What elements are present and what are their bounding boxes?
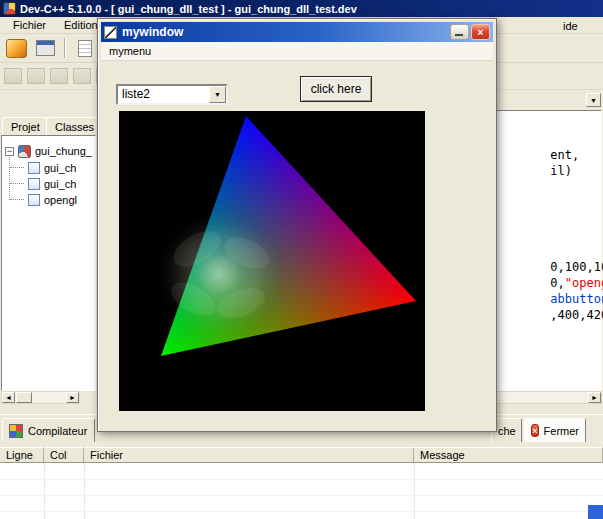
tab-projet[interactable]: Projet [2, 117, 49, 136]
tree-item-label: gui_ch [44, 162, 76, 174]
toolbar-dropdown-button[interactable]: ▼ [586, 93, 601, 107]
column-header-fichier: Fichier [84, 447, 414, 463]
output-table-body[interactable] [0, 463, 603, 519]
output-table-header: Ligne Col Fichier Message [0, 447, 603, 463]
tree-hscrollbar[interactable]: ◄ ► [1, 391, 80, 404]
dialog-menubar: mymenu [101, 42, 493, 61]
code-line: ent, [507, 134, 579, 150]
tree-collapse-icon[interactable]: − [5, 147, 14, 156]
devcpp-logo-icon [3, 2, 16, 15]
close-x-glyph: × [532, 426, 537, 436]
code-line: 0,"opengl"); [507, 262, 603, 278]
compiler-icon [9, 424, 23, 438]
tree-item-source-1[interactable]: gui_ch [2, 160, 95, 176]
code-segment: il) [550, 164, 572, 178]
dialog-title: mywindow [122, 25, 183, 39]
project-tree-panel[interactable]: − gui_chung_ gui_ch gui_ch opengl [1, 135, 96, 391]
chevron-down-icon: ▼ [590, 97, 597, 104]
code-segment: ,400,420); [550, 308, 603, 322]
open-window-button[interactable] [32, 36, 58, 60]
tab-compilateur[interactable]: Compilateur [2, 418, 95, 442]
menu-fichier[interactable]: Fichier [4, 18, 55, 32]
tab-classes-label: Classes [55, 121, 94, 133]
tree-root-label: gui_chung_ [35, 145, 92, 157]
blue-square [588, 505, 603, 519]
column-header-message: Message [414, 447, 603, 463]
tree-item-label: gui_ch [44, 178, 76, 190]
code-line: ,400,420); [507, 294, 603, 310]
code-line: 0,100,100); [507, 246, 603, 262]
source-file-icon [28, 178, 40, 190]
chevron-down-icon: ▼ [214, 91, 221, 98]
toolbar-icon-disabled[interactable] [73, 68, 91, 84]
scroll-right-icon: ► [69, 394, 76, 401]
scroll-right-icon: ► [591, 394, 598, 401]
window-icon [36, 40, 55, 56]
source-file-icon [28, 162, 40, 174]
menu-mymenu[interactable]: mymenu [101, 43, 159, 59]
new-file-button[interactable] [72, 36, 98, 60]
grid-line [0, 495, 603, 496]
combobox-dropdown-button[interactable]: ▼ [209, 86, 226, 103]
toolbar-icon-disabled[interactable] [27, 68, 45, 84]
project-icon [18, 145, 31, 158]
main-titlebar[interactable]: Dev-C++ 5.1.0.0 - [ gui_chung_dll_test ]… [0, 0, 603, 17]
tab-classes[interactable]: Classes [46, 117, 103, 136]
main-window-title: Dev-C++ 5.1.0.0 - [ gui_chung_dll_test ]… [20, 3, 357, 15]
scrollbar-thumb[interactable] [16, 392, 32, 403]
tab-compilateur-label: Compilateur [28, 425, 87, 437]
close-icon: × [478, 27, 484, 38]
click-here-button[interactable]: click here [300, 76, 372, 102]
tab-projet-label: Projet [11, 121, 40, 133]
combobox-value: liste2 [122, 87, 150, 101]
tab-fermer-label: Fermer [544, 425, 579, 437]
grid-line [0, 479, 603, 480]
devcpp-main-window: Dev-C++ 5.1.0.0 - [ gui_chung_dll_test ]… [0, 0, 603, 519]
toolbar-separator [64, 38, 66, 58]
tree-item-source-2[interactable]: gui_ch [2, 176, 95, 192]
tab-fermer[interactable]: × Fermer [524, 418, 586, 442]
tree-root-item[interactable]: − gui_chung_ [2, 143, 95, 159]
menu-aide-partial[interactable]: ide [563, 20, 578, 32]
grid-line [0, 511, 603, 512]
toolbar-icon-disabled[interactable] [4, 68, 22, 84]
dialog-app-icon [104, 26, 117, 39]
new-project-button[interactable] [3, 36, 29, 60]
scroll-left-button[interactable]: ◄ [2, 392, 15, 403]
close-button[interactable]: × [471, 24, 490, 40]
rgb-triangle-graphic [119, 111, 425, 411]
page-icon [78, 40, 92, 57]
tree-item-label: opengl [44, 194, 77, 206]
close-panel-icon: × [531, 424, 539, 437]
opengl-viewport [119, 111, 425, 411]
toolbar-icon-disabled[interactable] [50, 68, 68, 84]
code-line: abbutton,200,1 [507, 278, 603, 294]
code-line: il) [507, 150, 572, 166]
minimize-button[interactable] [450, 24, 469, 40]
tab-recherche-label: che [498, 425, 516, 437]
scroll-right-button[interactable]: ► [66, 392, 79, 403]
column-header-ligne: Ligne [0, 447, 44, 463]
mywindow-dialog: mywindow × mymenu liste2 ▼ click here [97, 18, 497, 432]
new-project-icon [6, 39, 27, 58]
dialog-titlebar[interactable]: mywindow × [101, 22, 493, 42]
scroll-right-button[interactable]: ► [588, 392, 601, 403]
column-header-col: Col [44, 447, 84, 463]
combobox-liste2[interactable]: liste2 ▼ [116, 84, 228, 105]
tree-item-source-3[interactable]: opengl [2, 192, 95, 208]
scroll-left-icon: ◄ [5, 394, 12, 401]
source-file-icon [28, 194, 40, 206]
